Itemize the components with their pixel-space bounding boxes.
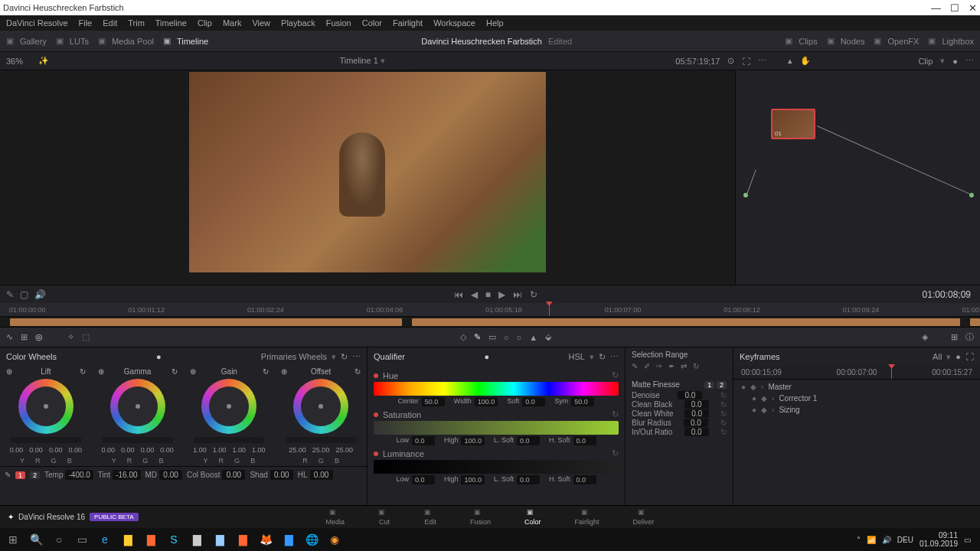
q-value[interactable]: 50.0	[422, 397, 445, 406]
more-icon-2[interactable]: ⋯	[965, 56, 974, 66]
reset-icon[interactable]: ↻	[263, 367, 269, 376]
key-icon-2[interactable]: ⬙	[545, 332, 551, 342]
target-icon[interactable]: ◎	[35, 332, 43, 342]
menu-fusion[interactable]: Fusion	[326, 18, 351, 28]
info-icon[interactable]: ⓘ	[965, 331, 974, 343]
q-value[interactable]: 0.0	[573, 475, 596, 484]
menu-file[interactable]: File	[79, 18, 93, 28]
topbar-luts[interactable]: ▣LUTs	[56, 36, 89, 47]
kf-item-sizing[interactable]: ●◆›Sizing	[733, 404, 980, 416]
color-wheel[interactable]	[293, 379, 348, 434]
lang-indicator[interactable]: DEU	[897, 536, 913, 544]
start-button[interactable]: ⊞	[3, 530, 23, 549]
resolve-icon[interactable]: ◉	[325, 530, 345, 549]
more-icon[interactable]: ⋯	[610, 352, 619, 362]
clock[interactable]: 09:11 01.09.2019	[920, 531, 958, 548]
color-wheel[interactable]	[201, 379, 256, 434]
more-icon[interactable]: ⋯	[352, 352, 361, 362]
notifications-icon[interactable]: ▭	[964, 536, 971, 544]
q-value[interactable]: 0.0	[412, 475, 435, 484]
q-value[interactable]: 50.0	[571, 397, 594, 406]
page-deliver[interactable]: ▣Deliver	[633, 508, 655, 526]
color-wheel[interactable]	[110, 379, 165, 434]
tracker-icon[interactable]: ▭	[488, 332, 496, 342]
color-wheel[interactable]	[18, 379, 74, 434]
app-icon[interactable]: ▇	[187, 530, 207, 549]
expand-icon[interactable]: ⛶	[742, 57, 750, 66]
wheel-value[interactable]: 0.00	[102, 446, 116, 454]
app-icon[interactable]: ▇	[279, 530, 299, 549]
page-media[interactable]: ▣Media	[325, 508, 345, 526]
picker-icon[interactable]: ✎	[5, 471, 11, 479]
maximize-button[interactable]: ☐	[950, 2, 959, 14]
menu-fairlight[interactable]: Fairlight	[393, 18, 423, 28]
reset-range-icon[interactable]: ↻	[693, 362, 699, 370]
adjust-md[interactable]: MD0.00	[145, 470, 183, 480]
more-icon[interactable]: ⋯	[758, 56, 766, 66]
page-fairlight[interactable]: ▣Fairlight	[575, 508, 599, 526]
q-value[interactable]: 100.0	[461, 475, 485, 484]
node-corrector-1[interactable]: 01	[771, 109, 815, 139]
menu-trim[interactable]: Trim	[128, 18, 145, 28]
kf-item-corrector-1[interactable]: ●◆›Corrector 1	[733, 393, 980, 404]
q-value[interactable]: 100.0	[475, 397, 498, 406]
menu-timeline[interactable]: Timeline	[155, 18, 187, 28]
reset-icon[interactable]: ↻	[612, 409, 619, 419]
kf-item-master[interactable]: ●◆›Master	[733, 381, 980, 393]
section-toggle[interactable]	[374, 452, 378, 456]
minimize-button[interactable]: —	[931, 2, 941, 14]
menu-clip[interactable]: Clip	[198, 18, 212, 28]
wheel-value[interactable]: 0.00	[121, 446, 135, 454]
clip[interactable]	[970, 318, 980, 326]
q-value[interactable]: 0.0	[522, 397, 545, 406]
wheel-value[interactable]: 0.00	[160, 446, 174, 454]
master-strip[interactable]	[11, 437, 81, 443]
image-wipe-icon[interactable]: ▢	[20, 289, 28, 300]
expand-icon[interactable]: ⊕	[190, 367, 196, 376]
wheel-value[interactable]: 1.00	[252, 446, 266, 454]
menu-view[interactable]: View	[252, 18, 270, 28]
menu-mark[interactable]: Mark	[223, 18, 241, 28]
highlight-icon[interactable]: ◈	[922, 332, 928, 342]
scopes-icon[interactable]: ⊞	[21, 332, 28, 342]
mf-tab-2[interactable]: 2	[717, 381, 727, 389]
circle-icon[interactable]: ○	[504, 333, 509, 342]
picker-icon[interactable]: ✎	[6, 289, 14, 300]
stop-button[interactable]: ■	[485, 289, 491, 300]
cortana-icon[interactable]: ○	[49, 530, 69, 549]
topbar-clips[interactable]: ▣Clips	[785, 36, 817, 47]
volume-icon[interactable]: 🔊	[882, 536, 891, 544]
q-value[interactable]: 0.0	[517, 475, 540, 484]
topbar-nodes[interactable]: ▣Nodes	[827, 36, 865, 47]
curves-icon[interactable]: ∿	[6, 332, 13, 342]
wheel-value[interactable]: 0.00	[10, 446, 24, 454]
edge-icon[interactable]: e	[95, 530, 115, 549]
app-icon[interactable]: ▇	[233, 530, 253, 549]
wheel-value[interactable]: 0.00	[68, 446, 82, 454]
luminance-gradient[interactable]	[374, 460, 619, 474]
wheel-value[interactable]: 1.00	[213, 446, 227, 454]
reset-icon[interactable]: ↻	[599, 352, 606, 362]
saturation-gradient[interactable]	[374, 421, 619, 435]
explorer-icon[interactable]: ▇	[118, 530, 138, 549]
reset-icon[interactable]: ↻	[720, 428, 727, 436]
reset-icon[interactable]: ↻	[80, 367, 86, 376]
expand-icon[interactable]: ⛶	[965, 352, 974, 361]
reset-icon[interactable]: ↻	[720, 409, 727, 418]
topbar-timeline[interactable]: ▣Timeline	[163, 36, 208, 47]
playhead[interactable]	[549, 303, 550, 316]
app-icon[interactable]: S	[164, 530, 184, 549]
taskview-icon[interactable]: ▭	[72, 530, 92, 549]
reset-icon[interactable]: ↻	[354, 367, 361, 376]
key-icon[interactable]: ⬚	[82, 332, 90, 342]
master-strip[interactable]	[286, 437, 356, 443]
q-value[interactable]: 0.0	[412, 436, 435, 445]
blur-icon[interactable]: ▲	[529, 333, 537, 342]
adjust-temp[interactable]: Temp-400.0	[44, 470, 93, 480]
picker-soft-icon[interactable]: ✑	[656, 362, 662, 370]
wheels-mode[interactable]: Primaries Wheels	[261, 352, 327, 361]
pointer-icon[interactable]: ▴	[788, 56, 792, 66]
hand-icon[interactable]: ✋	[800, 56, 811, 66]
menu-color[interactable]: Color	[362, 18, 382, 28]
picker-add-icon[interactable]: ✎	[632, 362, 638, 370]
